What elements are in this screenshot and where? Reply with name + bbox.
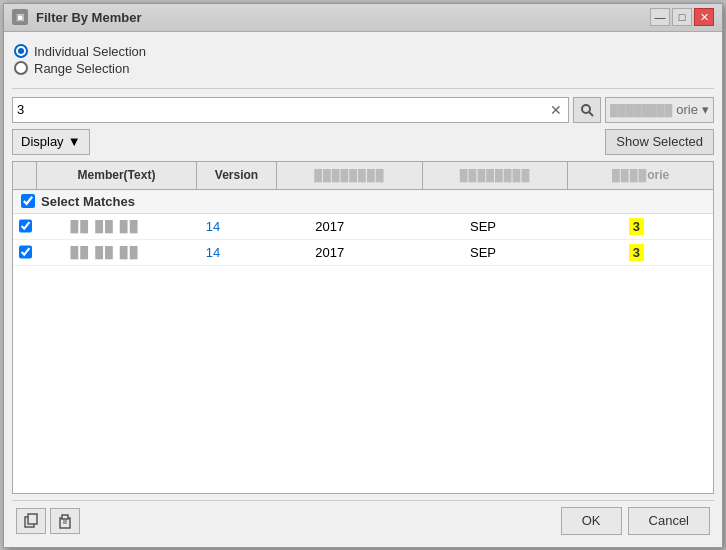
footer-left-buttons [16, 508, 80, 534]
window-title: Filter By Member [36, 10, 650, 25]
individual-radio-indicator [14, 44, 28, 58]
range-selection-label: Range Selection [34, 61, 129, 76]
cancel-button[interactable]: Cancel [628, 507, 710, 535]
table-header: Member(Text) Version ████████ ████████ █… [13, 162, 713, 190]
window-icon: ▣ [12, 9, 28, 25]
row2-checkbox-cell [13, 242, 37, 262]
search-row: ✕ ████████ orie ▾ [12, 97, 714, 123]
display-arrow: ▼ [68, 134, 81, 149]
th-col4: ████████ [423, 162, 569, 189]
row2-col3: 2017 [253, 242, 406, 263]
show-selected-button[interactable]: Show Selected [605, 129, 714, 155]
content-area: Individual Selection Range Selection ✕ █ [4, 32, 722, 547]
search-icon [580, 103, 594, 117]
search-go-button[interactable] [573, 97, 601, 123]
th-col5: ████orie [568, 162, 713, 189]
svg-point-0 [582, 105, 590, 113]
range-selection-radio[interactable]: Range Selection [14, 61, 712, 76]
svg-rect-3 [28, 514, 37, 524]
row2-col5: 3 [560, 241, 713, 264]
table-row: ██ ██ ██ 14 2017 SEP 3 [13, 240, 713, 266]
select-matches-label: Select Matches [41, 194, 135, 209]
th-col3-label: ████████ [314, 169, 384, 181]
table-row: ██ ██ ██ 14 2017 SEP 3 [13, 214, 713, 240]
row1-version: 14 [173, 216, 253, 237]
row1-col4: SEP [406, 216, 559, 237]
ok-button[interactable]: OK [561, 507, 622, 535]
search-category-value: ████████ [610, 104, 672, 116]
main-window: ▣ Filter By Member — □ ✕ Individual Sele… [3, 3, 723, 548]
row2-col4: SEP [406, 242, 559, 263]
row2-version: 14 [173, 242, 253, 263]
row1-checkbox-cell [13, 216, 37, 236]
svg-rect-5 [62, 515, 68, 519]
search-clear-button[interactable]: ✕ [548, 102, 564, 118]
th-col3: ████████ [277, 162, 423, 189]
row2-checkbox[interactable] [19, 245, 32, 259]
row2-highlight: 3 [629, 244, 644, 261]
footer: OK Cancel [12, 500, 714, 539]
maximize-button[interactable]: □ [672, 8, 692, 26]
individual-selection-radio[interactable]: Individual Selection [14, 44, 712, 59]
paste-button[interactable] [50, 508, 80, 534]
row2-member: ██ ██ ██ [37, 243, 173, 261]
row1-highlight: 3 [629, 218, 644, 235]
select-matches-checkbox[interactable] [21, 194, 35, 208]
th-checkbox-col [13, 162, 37, 189]
svg-line-1 [589, 112, 593, 116]
display-button[interactable]: Display ▼ [12, 129, 90, 155]
paste-icon [57, 513, 73, 529]
search-wrapper: ✕ [12, 97, 569, 123]
toolbar-row: Display ▼ Show Selected [12, 129, 714, 155]
close-button[interactable]: ✕ [694, 8, 714, 26]
individual-selection-label: Individual Selection [34, 44, 146, 59]
th-member: Member(Text) [37, 162, 197, 189]
title-bar: ▣ Filter By Member — □ ✕ [4, 4, 722, 32]
th-col4-label: ████████ [460, 169, 530, 181]
selection-mode-group: Individual Selection Range Selection [12, 40, 714, 80]
display-label: Display [21, 134, 64, 149]
minimize-button[interactable]: — [650, 8, 670, 26]
window-controls: — □ ✕ [650, 8, 714, 26]
footer-right-buttons: OK Cancel [561, 507, 710, 535]
range-radio-indicator [14, 61, 28, 75]
row1-member: ██ ██ ██ [37, 217, 173, 235]
copy-icon [23, 513, 39, 529]
copy-button[interactable] [16, 508, 46, 534]
th-version: Version [197, 162, 277, 189]
row1-col5: 3 [560, 215, 713, 238]
select-matches-row[interactable]: Select Matches [13, 190, 713, 214]
member-table: Member(Text) Version ████████ ████████ █… [12, 161, 714, 494]
search-category-dropdown[interactable]: ████████ orie ▾ [605, 97, 714, 123]
divider-1 [12, 88, 714, 89]
search-input[interactable] [17, 102, 548, 117]
row1-col3: 2017 [253, 216, 406, 237]
row1-checkbox[interactable] [19, 219, 32, 233]
th-col5-label: ████ [612, 169, 647, 181]
table-body: Select Matches ██ ██ ██ 14 2017 SEP 3 [13, 190, 713, 493]
